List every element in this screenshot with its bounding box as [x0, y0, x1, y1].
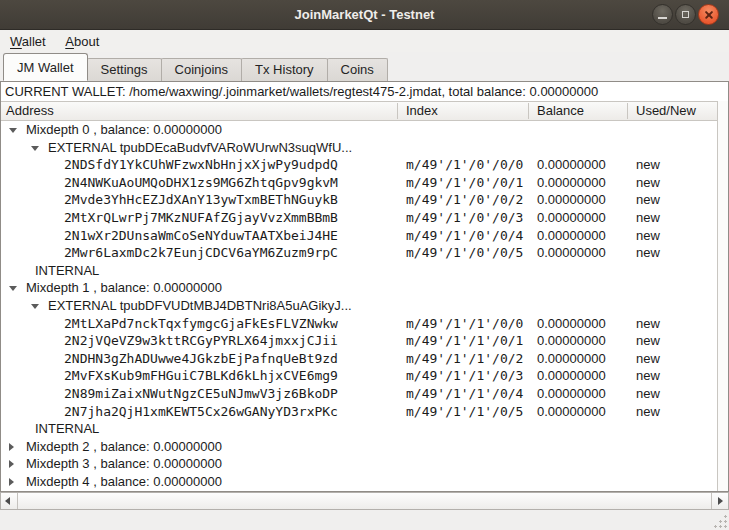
mixdepth-row[interactable]: Mixdepth 3 , balance: 0.00000000	[1, 455, 716, 473]
tree-label: INTERNAL	[35, 262, 99, 280]
current-wallet-label: CURRENT WALLET: /home/waxwing/.joinmarke…	[1, 82, 728, 101]
expander-collapsed-icon[interactable]	[9, 443, 14, 451]
column-header-index[interactable]: Index	[406, 102, 438, 120]
balance-cell: 0.00000000	[537, 227, 606, 245]
tree-label: Mixdepth 1 , balance: 0.00000000	[26, 279, 222, 297]
tree-label: Mixdepth 4 , balance: 0.00000000	[26, 473, 222, 491]
address-row[interactable]: 2N7jha2QjH1xmKEWT5Cx26wGANyYD3rxPKcm/49'…	[1, 403, 716, 421]
tree-label: Mixdepth 2 , balance: 0.00000000	[26, 438, 222, 456]
address-row[interactable]: 2NDHN3gZhADUwwe4JGkzbEjPafnqUeBt9zdm/49'…	[1, 350, 716, 368]
index-cell: m/49'/1'/0'/0/2	[406, 191, 523, 209]
minimize-button[interactable]	[652, 4, 673, 25]
status-bar	[0, 510, 729, 530]
status-cell: new	[636, 385, 660, 403]
tree-rows: Mixdepth 0 , balance: 0.00000000EXTERNAL…	[1, 121, 716, 491]
index-cell: m/49'/1'/1'/0/3	[406, 367, 523, 385]
resize-grip[interactable]	[712, 513, 727, 528]
balance-cell: 0.00000000	[537, 191, 606, 209]
mixdepth-row[interactable]: Mixdepth 0 , balance: 0.00000000	[1, 121, 716, 139]
address-row[interactable]: 2Mwr6LaxmDc2k7EunjCDCV6aYM6Zuzm9rpCm/49'…	[1, 244, 716, 262]
arrow-left-icon	[5, 497, 10, 505]
menu-wallet-label: allet	[22, 34, 46, 49]
address-cell: 2N7jha2QjH1xmKEWT5Cx26wGANyYD3rxPKc	[64, 403, 338, 421]
mixdepth-row[interactable]: Mixdepth 1 , balance: 0.00000000	[1, 279, 716, 297]
tab-coinjoins[interactable]: Coinjoins	[161, 58, 242, 81]
address-cell: 2MvFXsKub9mFHGuiC7BLKd6kLhjxCVE6mg9	[64, 367, 338, 385]
scroll-right-button[interactable]	[711, 493, 728, 509]
status-cell: new	[636, 174, 660, 192]
maximize-icon	[682, 11, 689, 18]
horizontal-scrollbar[interactable]	[0, 492, 729, 510]
balance-cell: 0.00000000	[537, 385, 606, 403]
status-cell: new	[636, 244, 660, 262]
wallet-view: CURRENT WALLET: /home/waxwing/.joinmarke…	[0, 81, 729, 492]
mixdepth-row[interactable]: Mixdepth 4 , balance: 0.00000000	[1, 473, 716, 491]
expander-expanded-icon[interactable]	[31, 304, 39, 309]
index-cell: m/49'/1'/0'/0/0	[406, 156, 523, 174]
expander-collapsed-icon[interactable]	[9, 460, 14, 468]
address-row[interactable]: 2N89miZaixNWutNgzCE5uNJmwV3jz6BkoDPm/49'…	[1, 385, 716, 403]
column-header-usednew[interactable]: Used/New	[636, 102, 696, 120]
index-cell: m/49'/1'/1'/0/2	[406, 350, 523, 368]
balance-cell: 0.00000000	[537, 332, 606, 350]
tab-tx-history[interactable]: Tx History	[241, 58, 328, 81]
tree-label: Mixdepth 0 , balance: 0.00000000	[26, 121, 222, 139]
column-header-balance[interactable]: Balance	[537, 102, 584, 120]
address-cell: 2N4NWKuAoUMQoDHX1zs9MG6ZhtqGpv9gkvM	[64, 174, 338, 192]
vertical-scrollbar-track[interactable]	[717, 101, 728, 491]
tabbar: JM Wallet Settings Coinjoins Tx History …	[0, 52, 729, 81]
address-cell: 2Mwr6LaxmDc2k7EunjCDCV6aYM6Zuzm9rpC	[64, 244, 338, 262]
balance-cell: 0.00000000	[537, 367, 606, 385]
address-cell: 2N1wXr2DUnsaWmCoSeNYduwTAATXbeiJ4HE	[64, 227, 338, 245]
address-cell: 2NDHN3gZhADUwwe4JGkzbEjPafnqUeBt9zd	[64, 350, 338, 368]
address-row[interactable]: 2N2jVQeVZ9w3kttRCGyPYRLX64jmxxjCJiim/49'…	[1, 332, 716, 350]
address-row[interactable]: 2N1wXr2DUnsaWmCoSeNYduwTAATXbeiJ4HEm/49'…	[1, 227, 716, 245]
expander-collapsed-icon[interactable]	[9, 478, 14, 486]
expander-expanded-icon[interactable]	[31, 146, 39, 151]
scroll-left-button[interactable]	[1, 493, 18, 509]
address-cell: 2N2jVQeVZ9w3kttRCGyPYRLX64jmxxjCJii	[64, 332, 338, 350]
branch-row[interactable]: EXTERNAL tpubDFVUDtMBJ4DBTNri8A5uAGikyJ.…	[1, 297, 716, 315]
balance-cell: 0.00000000	[537, 350, 606, 368]
arrow-right-icon	[718, 497, 723, 505]
tab-settings[interactable]: Settings	[87, 58, 162, 81]
address-row[interactable]: 2N4NWKuAoUMQoDHX1zs9MG6ZhtqGpv9gkvMm/49'…	[1, 174, 716, 192]
mixdepth-row[interactable]: Mixdepth 2 , balance: 0.00000000	[1, 438, 716, 456]
tab-jm-wallet[interactable]: JM Wallet	[3, 53, 88, 81]
balance-cell: 0.00000000	[537, 209, 606, 227]
expander-expanded-icon[interactable]	[9, 128, 17, 133]
column-divider	[397, 103, 398, 119]
address-row[interactable]: 2MvFXsKub9mFHGuiC7BLKd6kLhjxCVE6mg9m/49'…	[1, 367, 716, 385]
tree-label: EXTERNAL tpubDFVUDtMBJ4DBTNri8A5uAGikyJ.…	[48, 297, 352, 315]
status-cell: new	[636, 315, 660, 333]
expander-expanded-icon[interactable]	[9, 286, 17, 291]
tree-label: INTERNAL	[35, 420, 99, 438]
internal-row[interactable]: INTERNAL	[1, 420, 716, 438]
address-row[interactable]: 2Mvde3YhHcEZJdXAnY13ywTxmBEThNGuykBm/49'…	[1, 191, 716, 209]
maximize-button[interactable]	[675, 4, 696, 25]
table-header: Address Index Balance Used/New	[1, 101, 728, 121]
internal-row[interactable]: INTERNAL	[1, 262, 716, 280]
address-row[interactable]: 2MtXrQLwrPj7MKzNUFAfZGjayVvzXmmBBmBm/49'…	[1, 209, 716, 227]
titlebar[interactable]: JoinMarketQt - Testnet	[0, 0, 729, 30]
balance-cell: 0.00000000	[537, 174, 606, 192]
close-button[interactable]	[698, 4, 719, 25]
address-row[interactable]: 2MtLXaPd7nckTqxfymgcGjaFkEsFLVZNwkwm/49'…	[1, 315, 716, 333]
tree-label: EXTERNAL tpubDEcaBudvfVARoWUrwN3suqWfU..…	[48, 139, 352, 157]
column-header-address[interactable]: Address	[6, 102, 54, 120]
balance-cell: 0.00000000	[537, 244, 606, 262]
status-cell: new	[636, 403, 660, 421]
index-cell: m/49'/1'/0'/0/4	[406, 227, 523, 245]
address-row[interactable]: 2NDSfdY1YkCUhWFzwxNbHnjxXjwPy9udpdQm/49'…	[1, 156, 716, 174]
address-cell: 2Mvde3YhHcEZJdXAnY13ywTxmBEThNGuykB	[64, 191, 338, 209]
status-cell: new	[636, 227, 660, 245]
menu-wallet-accel: W	[10, 34, 22, 49]
address-cell: 2NDSfdY1YkCUhWFzwxNbHnjxXjwPy9udpdQ	[64, 156, 338, 174]
tab-coins[interactable]: Coins	[327, 58, 388, 81]
menu-about[interactable]: About	[57, 30, 107, 51]
branch-row[interactable]: EXTERNAL tpubDEcaBudvfVARoWUrwN3suqWfU..…	[1, 139, 716, 157]
index-cell: m/49'/1'/1'/0/4	[406, 385, 523, 403]
minimize-icon	[658, 17, 667, 19]
menu-wallet[interactable]: Wallet	[2, 30, 54, 51]
menu-about-accel: A	[65, 34, 74, 49]
